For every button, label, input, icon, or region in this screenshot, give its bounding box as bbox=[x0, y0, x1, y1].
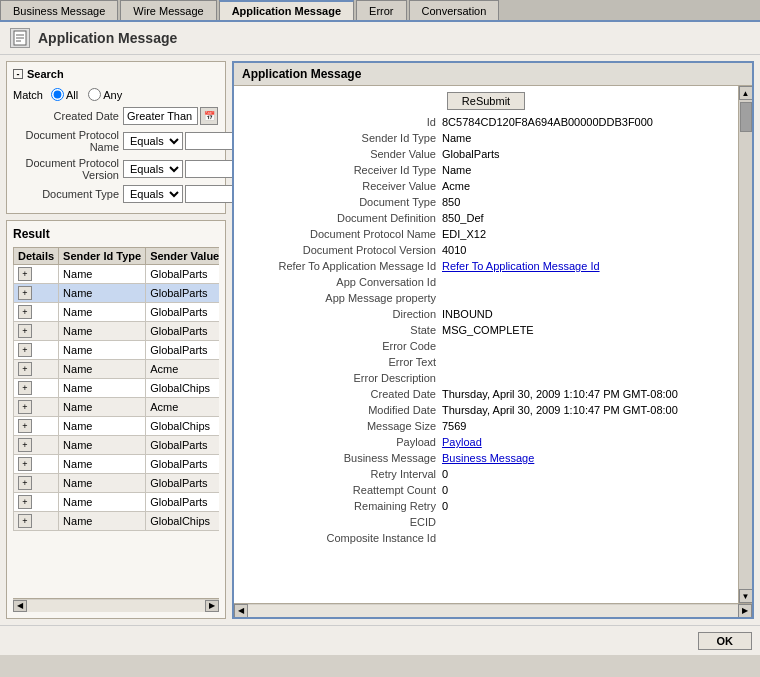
sender-value-cell: GlobalParts bbox=[146, 436, 219, 455]
match-all-radio[interactable] bbox=[51, 88, 64, 101]
expand-icon[interactable]: + bbox=[18, 381, 32, 395]
detail-field-label: Document Protocol Name bbox=[242, 228, 442, 244]
detail-vscroll: ▲ ▼ bbox=[738, 86, 752, 603]
table-row[interactable]: + Name Acme bbox=[14, 398, 220, 417]
expand-icon[interactable]: + bbox=[18, 343, 32, 357]
detail-body: ReSubmit Id 8C5784CD120F8A694AB00000DDB3… bbox=[234, 86, 738, 603]
detail-field-value[interactable]: Business Message bbox=[442, 452, 730, 468]
expand-icon[interactable]: + bbox=[18, 400, 32, 414]
created-date-input[interactable] bbox=[123, 107, 198, 125]
expand-icon[interactable]: + bbox=[18, 457, 32, 471]
expand-icon[interactable]: + bbox=[18, 362, 32, 376]
bottom-bar: OK bbox=[0, 625, 760, 655]
expand-icon[interactable]: + bbox=[18, 495, 32, 509]
result-title: Result bbox=[13, 227, 219, 241]
table-row[interactable]: + Name GlobalParts bbox=[14, 493, 220, 512]
match-any-radio[interactable] bbox=[88, 88, 101, 101]
vscroll-up[interactable]: ▲ bbox=[739, 86, 753, 100]
detail-row: Error Code bbox=[242, 340, 730, 356]
created-date-browse[interactable]: 📅 bbox=[200, 107, 218, 125]
detail-field-value: 0 bbox=[442, 500, 730, 516]
table-row[interactable]: + Name GlobalChips bbox=[14, 417, 220, 436]
tab-application-message[interactable]: Application Message bbox=[219, 0, 354, 20]
table-row[interactable]: + Name GlobalChips bbox=[14, 379, 220, 398]
hscroll-left-result[interactable]: ◀ bbox=[13, 600, 27, 612]
doc-type-op[interactable]: Equals bbox=[123, 185, 183, 203]
detail-field-label: State bbox=[242, 324, 442, 340]
detail-scroll-area: ReSubmit Id 8C5784CD120F8A694AB00000DDB3… bbox=[234, 86, 752, 603]
detail-field-label: Modified Date bbox=[242, 404, 442, 420]
table-row[interactable]: + Name GlobalParts bbox=[14, 341, 220, 360]
detail-panel: Application Message ReSubmit Id 8C5784CD… bbox=[232, 61, 754, 619]
expand-icon[interactable]: + bbox=[18, 438, 32, 452]
doc-protocol-version-input[interactable] bbox=[185, 160, 235, 178]
resubmit-button[interactable]: ReSubmit bbox=[447, 92, 525, 110]
vscroll-down[interactable]: ▼ bbox=[739, 589, 753, 603]
doc-protocol-version-op[interactable]: Equals bbox=[123, 160, 183, 178]
doc-protocol-name-op[interactable]: Equals bbox=[123, 132, 183, 150]
search-header: - Search bbox=[13, 68, 219, 80]
hscroll-right-result[interactable]: ▶ bbox=[205, 600, 219, 612]
detail-field-value[interactable]: Refer To Application Message Id bbox=[442, 260, 730, 276]
vscroll-thumb[interactable] bbox=[740, 102, 752, 132]
detail-row: Id 8C5784CD120F8A694AB00000DDB3F000 bbox=[242, 116, 730, 132]
match-any-label[interactable]: Any bbox=[88, 88, 122, 101]
content-area: - Search Match All Any bbox=[0, 55, 760, 625]
table-row[interactable]: + Name GlobalParts bbox=[14, 284, 220, 303]
detail-row: Created Date Thursday, April 30, 2009 1:… bbox=[242, 388, 730, 404]
detail-field-value: 4010 bbox=[442, 244, 730, 260]
table-row[interactable]: + Name GlobalParts bbox=[14, 436, 220, 455]
detail-field-label: Refer To Application Message Id bbox=[242, 260, 442, 276]
left-panel: - Search Match All Any bbox=[6, 61, 226, 619]
detail-row: Remaining Retry 0 bbox=[242, 500, 730, 516]
detail-field-value bbox=[442, 340, 730, 356]
table-row[interactable]: + Name GlobalParts bbox=[14, 265, 220, 284]
detail-field-value: 0 bbox=[442, 468, 730, 484]
sender-id-type-cell: Name bbox=[59, 360, 146, 379]
expand-icon[interactable]: + bbox=[18, 514, 32, 528]
detail-field-label: Payload bbox=[242, 436, 442, 452]
tab-conversation[interactable]: Conversation bbox=[409, 0, 500, 20]
doc-protocol-name-input[interactable] bbox=[185, 132, 235, 150]
tab-business-message[interactable]: Business Message bbox=[0, 0, 118, 20]
match-all-label[interactable]: All bbox=[51, 88, 78, 101]
expand-icon[interactable]: + bbox=[18, 305, 32, 319]
table-row[interactable]: + Name GlobalChips bbox=[14, 512, 220, 531]
expand-icon[interactable]: + bbox=[18, 419, 32, 433]
detail-hscroll-right[interactable]: ▶ bbox=[738, 604, 752, 618]
h-scroll-result[interactable]: ◀ ▶ bbox=[13, 598, 219, 612]
expand-cell: + bbox=[14, 436, 59, 455]
expand-icon[interactable]: + bbox=[18, 267, 32, 281]
doc-protocol-name-label: Document Protocol Name bbox=[13, 129, 123, 153]
detail-field-label: Receiver Id Type bbox=[242, 164, 442, 180]
expand-cell: + bbox=[14, 322, 59, 341]
detail-field-value: 850 bbox=[442, 196, 730, 212]
table-row[interactable]: + Name GlobalParts bbox=[14, 474, 220, 493]
search-section: - Search Match All Any bbox=[6, 61, 226, 214]
table-row[interactable]: + Name GlobalParts bbox=[14, 322, 220, 341]
table-row[interactable]: + Name GlobalParts bbox=[14, 303, 220, 322]
expand-icon[interactable]: + bbox=[18, 324, 32, 338]
detail-hscroll-left[interactable]: ◀ bbox=[234, 604, 248, 618]
detail-row: App Conversation Id bbox=[242, 276, 730, 292]
sender-id-type-cell: Name bbox=[59, 284, 146, 303]
page-header: Application Message bbox=[0, 22, 760, 55]
expand-icon[interactable]: + bbox=[18, 476, 32, 490]
sender-value-cell: GlobalParts bbox=[146, 455, 219, 474]
collapse-search-icon[interactable]: - bbox=[13, 69, 23, 79]
doc-type-input[interactable] bbox=[185, 185, 235, 203]
sender-id-type-cell: Name bbox=[59, 493, 146, 512]
tab-wire-message[interactable]: Wire Message bbox=[120, 0, 216, 20]
tabs-bar: Business Message Wire Message Applicatio… bbox=[0, 0, 760, 22]
detail-field-label: Receiver Value bbox=[242, 180, 442, 196]
expand-cell: + bbox=[14, 341, 59, 360]
sender-value-cell: GlobalChips bbox=[146, 512, 219, 531]
detail-field-value[interactable]: Payload bbox=[442, 436, 730, 452]
doc-protocol-name-row: Document Protocol Name Equals ... bbox=[13, 129, 219, 153]
table-row[interactable]: + Name Acme bbox=[14, 360, 220, 379]
expand-icon[interactable]: + bbox=[18, 286, 32, 300]
ok-button[interactable]: OK bbox=[698, 632, 753, 650]
table-row[interactable]: + Name GlobalParts bbox=[14, 455, 220, 474]
tab-error[interactable]: Error bbox=[356, 0, 406, 20]
sender-value-cell: GlobalParts bbox=[146, 322, 219, 341]
